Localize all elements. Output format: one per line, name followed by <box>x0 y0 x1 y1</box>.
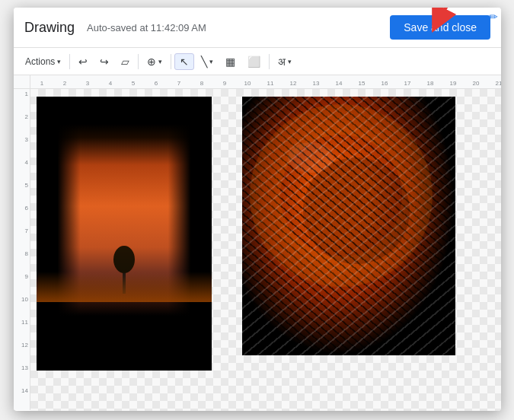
horizontal-ruler: 1 2 3 4 5 6 7 8 9 10 11 12 13 14 15 16 1 <box>30 75 501 89</box>
toolbar-sep-4 <box>269 54 270 69</box>
zoom-button[interactable]: ⊕ <box>142 53 168 70</box>
ruler-h-tick: 1 <box>30 80 53 87</box>
actions-menu[interactable]: Actions <box>20 53 66 70</box>
paint-bucket-button[interactable]: ▱ <box>116 53 135 70</box>
ruler-h-tick: 13 <box>305 80 327 87</box>
toolbar: Actions ↩ ↪ ▱ ⊕ ↖ ╲ ▦ ⬜ अ <box>14 48 501 75</box>
zoom-icon: ⊕ <box>147 56 156 67</box>
table-tool[interactable]: ▦ <box>220 53 241 70</box>
vase-photo <box>242 97 455 355</box>
svg-point-3 <box>303 158 410 264</box>
text-icon: अ <box>278 56 286 67</box>
vertical-ruler: 1 2 3 4 5 6 7 8 9 10 11 12 13 14 <box>14 89 30 410</box>
image-icon: ⬜ <box>247 56 260 67</box>
image-tool[interactable]: ⬜ <box>242 53 266 70</box>
ruler-v-tick: 10 <box>14 296 30 319</box>
ruler-v-tick: 7 <box>14 228 30 250</box>
ruler-v-tick: 2 <box>14 113 30 136</box>
ruler-h-tick: 10 <box>236 80 259 87</box>
svg-point-4 <box>288 142 334 173</box>
paint-bucket-icon: ▱ <box>121 56 129 67</box>
sunset-photo <box>37 97 212 371</box>
redo-button[interactable]: ↪ <box>94 53 114 70</box>
ruler-v-tick: 6 <box>14 205 30 228</box>
ruler-v-tick: 5 <box>14 182 30 205</box>
ruler-v-tick: 3 <box>14 136 30 159</box>
drawing-dialog: Drawing Auto-saved at 11:42:09 AM Save a… <box>14 8 501 411</box>
ruler-h-tick: 2 <box>53 80 76 87</box>
dialog-title: Drawing <box>24 20 75 36</box>
ruler-h-tick: 12 <box>282 80 305 87</box>
ruler-v-tick: 14 <box>14 387 30 410</box>
ruler-h-tick: 19 <box>442 80 465 87</box>
ruler-h-tick: 21 <box>487 80 501 87</box>
svg-point-1 <box>113 246 135 273</box>
toolbar-sep-3 <box>171 54 171 69</box>
text-tool[interactable]: अ <box>273 53 297 70</box>
ruler-h-tick: 5 <box>122 80 145 87</box>
undo-button[interactable]: ↩ <box>73 53 93 70</box>
toolbar-sep-1 <box>69 54 70 69</box>
ruler-h-tick: 17 <box>396 80 419 87</box>
ruler-h-tick: 20 <box>465 80 487 87</box>
redo-icon: ↪ <box>100 56 109 67</box>
select-icon: ↖ <box>180 56 189 67</box>
title-bar: Drawing Auto-saved at 11:42:09 AM Save a… <box>14 8 501 48</box>
ruler-h-tick: 15 <box>350 80 373 87</box>
ruler-h-tick: 9 <box>213 80 236 87</box>
edit-icon[interactable]: ✏ <box>489 11 498 23</box>
ruler-h-tick: 16 <box>373 80 396 87</box>
ruler-h-tick: 7 <box>168 80 190 87</box>
autosave-status: Auto-saved at 11:42:09 AM <box>87 22 390 33</box>
drawing-canvas[interactable] <box>30 89 501 411</box>
ruler-corner <box>14 75 30 89</box>
ruler-v-tick: 12 <box>14 342 30 364</box>
svg-point-2 <box>265 119 417 272</box>
undo-icon: ↩ <box>78 56 88 67</box>
save-and-close-button[interactable]: Save and close <box>390 15 490 40</box>
shape-icon: ╲ <box>201 56 207 67</box>
canvas-container: 1 2 3 4 5 6 7 8 9 10 11 12 13 14 <box>14 75 501 411</box>
ruler-h-tick: 4 <box>99 80 122 87</box>
ruler-h-tick: 14 <box>327 80 350 87</box>
ruler-h-tick: 3 <box>76 80 99 87</box>
image-vase[interactable] <box>242 97 455 355</box>
ruler-v-tick: 13 <box>14 364 30 387</box>
table-icon: ▦ <box>225 56 235 67</box>
ruler-h-tick: 18 <box>419 80 442 87</box>
ruler-v-tick: 9 <box>14 273 30 296</box>
ruler-v-tick: 1 <box>14 91 30 113</box>
ruler-h-tick: 11 <box>259 80 282 87</box>
ruler-h-tick: 8 <box>190 80 213 87</box>
toolbar-sep-2 <box>138 54 139 69</box>
main-area: 1 2 3 4 5 6 7 8 9 10 11 12 13 14 15 16 1 <box>30 75 501 411</box>
ruler-v-tick: 8 <box>14 250 30 273</box>
ruler-h-tick: 6 <box>145 80 168 87</box>
select-tool[interactable]: ↖ <box>174 53 194 70</box>
ruler-v-tick: 11 <box>14 319 30 342</box>
image-sunset[interactable] <box>37 97 212 371</box>
ruler-v-tick: 4 <box>14 159 30 182</box>
shape-tool[interactable]: ╲ <box>196 53 219 70</box>
